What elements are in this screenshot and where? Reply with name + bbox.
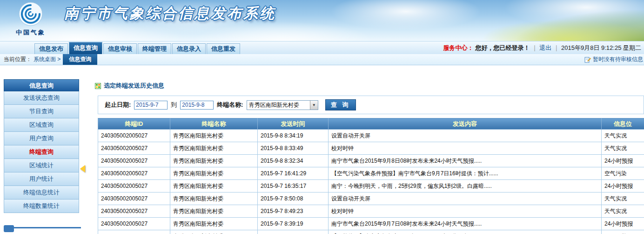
date-from-input[interactable] <box>134 101 168 110</box>
separator: ｜ <box>532 44 538 52</box>
main-content: 选定终端发送历史信息 起止日期: 到 终端名称: 青秀区南阳新光村委 ▼ 查 询… <box>88 79 644 234</box>
table-cell-col3: 【空气污染气象条件预报】南宁市气象台9月7日16时提供：预计...... <box>329 167 602 180</box>
table-cell-col4: 24小时预报 <box>602 218 644 230</box>
sidebar-item-1[interactable]: 节目查询 <box>4 105 79 118</box>
table-cell-col4: 天气实况 <box>602 193 644 205</box>
nav-tab-5[interactable]: 信息重发 <box>207 43 240 54</box>
table-cell-col1: 青秀区南阳新光村委 <box>170 130 258 142</box>
cma-swirl-icon <box>19 2 43 26</box>
table-cell-col2: 2015-9-7 16:35:17 <box>258 180 329 193</box>
sidebar-item-4[interactable]: 终端查询 <box>4 145 79 159</box>
page-title: 南宁市气象综合信息发布系统 <box>64 4 276 23</box>
table-row: 240305002005027青秀区南阳新光村委2015-9-7 8:39:19… <box>98 218 644 230</box>
nav-tabs: 信息发布信息查询信息审核终端管理信息录入信息重发 <box>34 42 240 54</box>
banner: 中国气象 南宁市气象综合信息发布系统 <box>0 0 644 41</box>
nav-tab-0[interactable]: 信息发布 <box>34 43 68 54</box>
table-cell-col0: 240305002005027 <box>98 167 170 180</box>
query-button[interactable]: 查 询 <box>325 99 356 110</box>
table-cell-col4: 天气实况 <box>602 130 644 142</box>
table-cell-col0: 240305002005027 <box>98 130 170 142</box>
table-cell-col4: 24小时预报 <box>602 180 644 193</box>
column-header-3: 发送内容 <box>329 118 602 130</box>
table-row: 240305002005027青秀区南阳新光村委2015-9-7 8:26:47… <box>98 230 644 234</box>
review-notice-text: 暂时没有待审核信息 <box>593 55 643 63</box>
separator: ｜ <box>553 44 559 52</box>
section-header: 选定终端发送历史信息 <box>88 79 644 90</box>
date-to-label: 到 <box>171 101 177 109</box>
table-row: 240305002005027青秀区南阳新光村委2015-9-7 16:41:2… <box>98 167 644 180</box>
sidebar-item-6[interactable]: 用户统计 <box>4 172 79 186</box>
table-cell-col2: 2015-9-8 8:33:49 <box>258 142 329 155</box>
table-row: 240305002005027青秀区南阳新光村委2015-9-7 16:35:1… <box>98 180 644 193</box>
table-cell-col0: 240305002005027 <box>98 142 170 155</box>
table-cell-col1: 青秀区南阳新光村委 <box>170 167 258 180</box>
table-cell-col3: 南宁市气象台2015年9月7日08时发布未来24小时天气预报..... <box>329 218 602 230</box>
table-cell-col0: 240305002005027 <box>98 180 170 193</box>
history-table: 终端ID终端名称发送时间发送内容信息位 240305002005027青秀区南阳… <box>98 118 644 234</box>
table-cell-col0: 240305002005027 <box>98 205 170 218</box>
nav-tab-2[interactable]: 信息审核 <box>103 43 137 54</box>
table-cell-col1: 青秀区南阳新光村委 <box>170 180 258 193</box>
sidebar: 信息查询 发送状态查询节目查询区域查询用户查询终端查询区域统计用户统计终端信息统… <box>4 79 79 213</box>
history-table-body: 240305002005027青秀区南阳新光村委2015-9-8 8:34:19… <box>98 130 644 234</box>
table-row: 240305002005027青秀区南阳新光村委2015-9-7 8:50:08… <box>98 193 644 205</box>
table-cell-col4: 空气污染 <box>602 167 644 180</box>
sidebar-item-8[interactable]: 终端数量统计 <box>4 200 79 213</box>
table-cell-col4: 24小时预报 <box>602 155 644 167</box>
sidebar-title: 信息查询 <box>4 79 79 91</box>
table-row: 240305002005027青秀区南阳新光村委2015-9-7 8:49:23… <box>98 205 644 218</box>
column-header-0: 终端ID <box>98 118 170 130</box>
breadcrumb: 当前位置： 系统桌面 > <box>0 54 60 65</box>
table-cell-col3: 南宁市气象台2015年9月8日08时发布未来24小时天气预报..... <box>329 155 602 167</box>
sidebar-item-0[interactable]: 发送状态查询 <box>4 91 79 105</box>
nav-tab-3[interactable]: 终端管理 <box>138 43 171 54</box>
sidebar-bottom-corner <box>4 225 14 232</box>
table-cell-col3: 校对时钟 <box>329 205 602 218</box>
sidebar-collapse-handle[interactable] <box>80 165 85 172</box>
table-cell-col1: 青秀区南阳新光村委 <box>170 142 258 155</box>
breadcrumb-bar: 当前位置： 系统桌面 > 信息查询 暂时没有待审核信息 <box>0 54 644 65</box>
table-row: 240305002005027青秀区南阳新光村委2015-9-8 8:32:34… <box>98 155 644 167</box>
column-header-2: 发送时间 <box>258 118 329 130</box>
logout-link[interactable]: 退出 <box>539 44 551 52</box>
column-header-1: 终端名称 <box>170 118 258 130</box>
table-cell-col3: 设置自动开关屏 <box>329 193 602 205</box>
table-cell-col1: 青秀区南阳新光村委 <box>170 205 258 218</box>
sidebar-item-2[interactable]: 区域查询 <box>4 118 79 132</box>
terminal-select-value: 青秀区南阳新光村委 <box>247 101 310 109</box>
service-center-label: 服务中心： <box>443 44 474 52</box>
history-table-head-row: 终端ID终端名称发送时间发送内容信息位 <box>98 118 644 130</box>
table-cell-col0: 240305002005027 <box>98 230 170 234</box>
table-cell-col1: 青秀区南阳新光村委 <box>170 155 258 167</box>
sidebar-item-5[interactable]: 区域统计 <box>4 159 79 172</box>
table-cell-col3: 设置自动开关屏 <box>329 130 602 142</box>
sidebar-item-7[interactable]: 终端信息统计 <box>4 186 79 200</box>
table-cell-col0: 240305002005027 <box>98 218 170 230</box>
table-cell-col2: 2015-9-7 16:41:29 <box>258 167 329 180</box>
table-cell-col1: 青秀区南阳新光村委 <box>170 193 258 205</box>
table-cell-col2: 2015-9-7 8:39:19 <box>258 218 329 230</box>
table-cell-col2: 2015-9-8 8:32:34 <box>258 155 329 167</box>
sidebar-item-3[interactable]: 用户查询 <box>4 132 79 145</box>
date-to-input[interactable] <box>180 101 214 110</box>
breadcrumb-current: 信息查询 <box>63 54 97 65</box>
table-cell-col4: 天气实况 <box>602 205 644 218</box>
table-cell-col2: 2015-9-7 8:26:47 <box>258 230 329 234</box>
filter-box: 起止日期: 到 终端名称: 青秀区南阳新光村委 ▼ 查 询 <box>98 96 644 114</box>
sidebar-items: 发送状态查询节目查询区域查询用户查询终端查询区域统计用户统计终端信息统计终端数量… <box>4 91 79 213</box>
table-cell-col0: 240305002005027 <box>98 155 170 167</box>
nav-tab-1[interactable]: 信息查询 <box>69 42 102 54</box>
login-status: 您好，您已经登录！ <box>476 44 530 52</box>
review-notice: 暂时没有待审核信息 <box>584 54 644 65</box>
chevron-down-icon[interactable]: ▼ <box>310 101 318 110</box>
navbar: 信息发布信息查询信息审核终端管理信息录入信息重发 服务中心： 您好，您已经登录！… <box>0 41 644 54</box>
nav-tab-4[interactable]: 信息录入 <box>172 43 206 54</box>
table-cell-col4: 天气实况 <box>602 142 644 155</box>
table-cell-col3: 校对时钟 <box>329 142 602 155</box>
terminal-select[interactable]: 青秀区南阳新光村委 ▼ <box>247 100 318 110</box>
date-range-label: 起止日期: <box>105 101 131 109</box>
table-cell-col3: 南宁：今晚到明天，中雨，25到29度，偏东风1到2级。白露暗..... <box>329 180 602 193</box>
table-cell-col0: 240305002005027 <box>98 193 170 205</box>
breadcrumb-prefix: 当前位置： <box>4 55 32 63</box>
logo-caption: 中国气象 <box>9 28 52 37</box>
